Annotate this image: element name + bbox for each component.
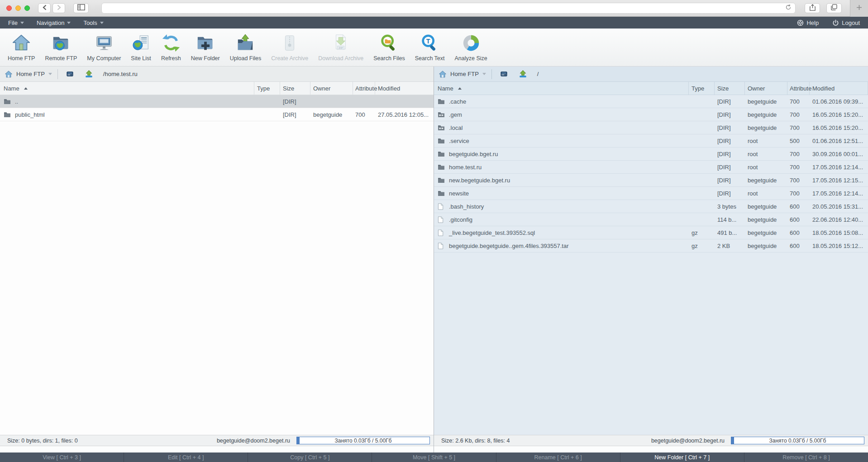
column-header-size[interactable]: Size [280, 82, 310, 95]
pane-toolbar-left: Home FTP/home.test.ru [0, 67, 434, 82]
toolbar-refresh-button[interactable]: Refresh [156, 32, 186, 62]
column-header-modified[interactable]: Modified [810, 82, 868, 95]
file-row[interactable]: begetguide.bget.ru[DIR]root70030.09.2016… [434, 148, 868, 161]
file-row[interactable]: _live.begetguide_test.393552.sqlgz491 b.… [434, 226, 868, 239]
toolbar-home-ftp-button[interactable]: Home FTP [3, 32, 40, 62]
column-header-attribute[interactable]: Attribute [787, 82, 810, 95]
menu-tools[interactable]: Tools [77, 17, 110, 29]
server-button-right[interactable] [497, 68, 511, 80]
fnkey-view-button[interactable]: View [ Ctrl + 3 ] [0, 452, 124, 462]
svg-text:T: T [426, 38, 430, 45]
file-row[interactable]: new.begetguide.bget.ru[DIR]begetguide700… [434, 174, 868, 187]
column-header-size[interactable]: Size [715, 82, 745, 95]
column-header-owner[interactable]: Owner [745, 82, 787, 95]
file-attribute-cell: 700 [787, 111, 810, 118]
file-row[interactable]: .service[DIR]root50001.06.2016 12:51... [434, 134, 868, 148]
file-row[interactable]: .bash_history3 bytesbegetguide60020.05.2… [434, 200, 868, 213]
close-window-button[interactable] [6, 5, 12, 11]
quota-bar: Занято 0.03Гб / 5.00Гб [731, 437, 864, 444]
drive-label: Home FTP [450, 71, 479, 77]
toolbar-site-list-button[interactable]: Site List [126, 32, 156, 62]
file-name-cell: .gem [434, 111, 689, 118]
menu-navigation[interactable]: Navigation [30, 17, 77, 29]
file-type-cell: gz [689, 243, 715, 249]
menu-file[interactable]: File [2, 17, 30, 29]
toolbar-new-folder-button[interactable]: New Folder [186, 32, 225, 62]
toolbar-analyze-size-button[interactable]: Analyze Size [450, 32, 492, 62]
column-header-name[interactable]: Name [434, 82, 689, 95]
logout-button[interactable]: Logout [831, 19, 861, 26]
file-attribute-cell: 600 [787, 229, 810, 236]
fnkey-copy-button[interactable]: Copy [ Ctrl + 5 ] [248, 452, 372, 462]
server-button-left[interactable] [63, 68, 77, 80]
url-input[interactable] [105, 5, 785, 11]
help-button[interactable]: Help [796, 19, 820, 26]
file-row[interactable]: home.test.ru[DIR]root70017.05.2016 12:14… [434, 161, 868, 174]
toolbar-my-computer-button[interactable]: My Computer [82, 32, 126, 62]
reload-page-icon[interactable] [785, 4, 792, 12]
drive-selector-left[interactable]: Home FTP [0, 67, 57, 81]
pane-toolbar-right: Home FTP/ [434, 67, 868, 82]
minimize-window-button[interactable] [15, 5, 21, 11]
file-row[interactable]: .local[DIR]begetguide70016.05.2016 15:20… [434, 121, 868, 134]
menu-label-file: File [8, 19, 18, 26]
current-path-left: /home.test.ru [103, 71, 138, 77]
file-attribute-cell: 700 [787, 177, 810, 184]
new-tab-button[interactable] [850, 0, 868, 17]
file-modified-cell: 30.09.2016 00:01... [810, 151, 868, 157]
file-row[interactable]: .cache[DIR]begetguide70001.06.2016 09:39… [434, 95, 868, 108]
selection-summary: Size: 2.6 Kb, dirs: 8, files: 4 [441, 438, 510, 444]
share-button[interactable] [805, 3, 820, 13]
column-header-type[interactable]: Type [254, 82, 280, 95]
folder-icon [438, 151, 445, 157]
fnkey-move-button[interactable]: Move [ Shift + 5 ] [372, 452, 496, 462]
file-row[interactable]: .gitconfig114 b...begetguide60022.06.201… [434, 213, 868, 226]
fnkey-rename-button[interactable]: Rename [ Ctrl + 6 ] [496, 452, 620, 462]
file-row[interactable]: ..[DIR] [0, 95, 434, 108]
file-icon [438, 243, 445, 249]
file-row[interactable]: .gem[DIR]begetguide70016.05.2016 15:20..… [434, 108, 868, 121]
menu-label-tools: Tools [83, 19, 97, 26]
drive-selector-right[interactable]: Home FTP [434, 67, 491, 81]
file-modified-cell: 18.05.2016 15:12... [810, 243, 868, 249]
fnkey-edit-button[interactable]: Edit [ Ctrl + 4 ] [124, 452, 248, 462]
file-row[interactable]: begetguide.begetguide..gem.4files.393557… [434, 239, 868, 252]
zoom-window-button[interactable] [24, 5, 30, 11]
tab-overview-button[interactable] [826, 3, 842, 13]
file-owner-cell: begetguide [745, 177, 787, 184]
up-directory-button-left[interactable] [82, 68, 96, 80]
toolbar-upload-files-button[interactable]: Upload Files [225, 32, 266, 62]
file-row[interactable]: public_html[DIR]begetguide70027.05.2016 … [0, 108, 434, 121]
toolbar-remote-ftp-button[interactable]: Remote FTP [40, 32, 82, 62]
column-header-attribute[interactable]: Attribute [353, 82, 375, 95]
file-pane-right: Home FTP/NameTypeSizeOwnerAttributeModif… [434, 67, 868, 452]
file-name-cell: .bash_history [434, 203, 689, 210]
forward-button[interactable] [52, 3, 65, 13]
file-modified-cell: 16.05.2016 15:20... [810, 124, 868, 131]
column-header-label: Size [283, 85, 294, 92]
up-directory-button-right[interactable] [516, 68, 530, 80]
file-size-cell: [DIR] [280, 98, 310, 105]
toolbar-search-files-button[interactable]: Search Files [368, 32, 410, 62]
help-icon [797, 19, 804, 26]
file-row[interactable]: newsite[DIR]root70017.05.2016 12:14... [434, 187, 868, 200]
column-header-owner[interactable]: Owner [310, 82, 353, 95]
column-header-type[interactable]: Type [689, 82, 715, 95]
file-attribute-cell: 700 [787, 164, 810, 171]
column-header-modified[interactable]: Modified [375, 82, 434, 95]
fnkey-new-folder-button[interactable]: New Folder [ Ctrl + 7 ] [620, 452, 744, 462]
share-icon [810, 4, 816, 13]
column-header-row-left: NameTypeSizeOwnerAttributeModified [0, 82, 434, 95]
back-button[interactable] [38, 3, 51, 13]
fnkey-remove-button[interactable]: Remove [ Ctrl + 8 ] [744, 452, 868, 462]
file-attribute-cell: 700 [787, 98, 810, 105]
file-modified-cell: 27.05.2016 12:05... [375, 111, 434, 118]
sidebar-toggle-button[interactable] [73, 3, 89, 13]
column-header-name[interactable]: Name [0, 82, 254, 95]
toolbar-label: New Folder [191, 55, 220, 62]
toolbar-label: Refresh [161, 55, 181, 62]
toolbar-search-text-button[interactable]: TSearch Text [410, 32, 450, 62]
file-modified-cell: 17.05.2016 12:14... [810, 164, 868, 171]
address-bar[interactable] [101, 3, 796, 14]
file-icon [438, 229, 445, 236]
